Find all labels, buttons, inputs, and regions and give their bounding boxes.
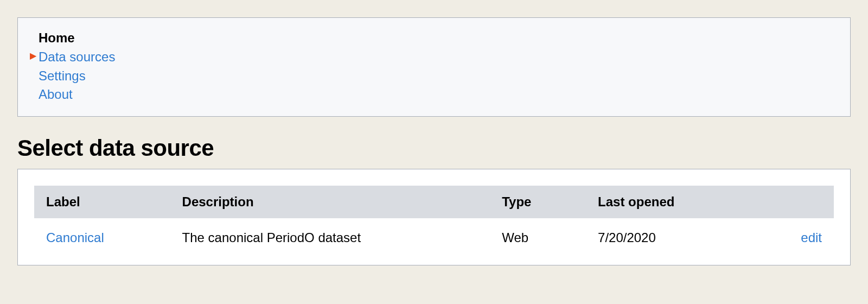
header-label: Label: [34, 186, 170, 218]
nav-box: ▶ Home ▶ Data sources ▶ Settings ▶ About: [17, 17, 851, 117]
header-type: Type: [490, 186, 586, 218]
header-last-opened: Last opened: [586, 186, 738, 218]
cell-type: Web: [490, 218, 586, 249]
active-marker-icon: ▶: [30, 49, 36, 62]
cell-label: Canonical: [34, 218, 170, 249]
table-header-row: Label Description Type Last opened: [34, 186, 834, 218]
nav-item-home: ▶ Home: [39, 29, 829, 48]
nav-item-data-sources[interactable]: ▶ Data sources: [39, 48, 829, 67]
header-action: [738, 186, 834, 218]
source-link[interactable]: Canonical: [46, 230, 104, 245]
nav-item-settings[interactable]: ▶ Settings: [39, 67, 829, 86]
cell-action: edit: [738, 218, 834, 249]
nav-item-link[interactable]: Data sources: [39, 49, 115, 64]
data-source-table: Label Description Type Last opened Canon…: [34, 186, 834, 249]
cell-description: The canonical PeriodO dataset: [170, 218, 490, 249]
nav-item-link[interactable]: About: [39, 87, 73, 102]
table-row: Canonical The canonical PeriodO dataset …: [34, 218, 834, 249]
cell-last-opened: 7/20/2020: [586, 218, 738, 249]
nav-list: ▶ Home ▶ Data sources ▶ Settings ▶ About: [39, 29, 829, 104]
nav-item-label: Home: [39, 30, 75, 45]
nav-item-link[interactable]: Settings: [39, 68, 86, 83]
nav-item-about[interactable]: ▶ About: [39, 85, 829, 104]
edit-link[interactable]: edit: [801, 230, 822, 245]
header-description: Description: [170, 186, 490, 218]
data-source-panel: Label Description Type Last opened Canon…: [17, 169, 851, 265]
page-title: Select data source: [17, 135, 851, 161]
